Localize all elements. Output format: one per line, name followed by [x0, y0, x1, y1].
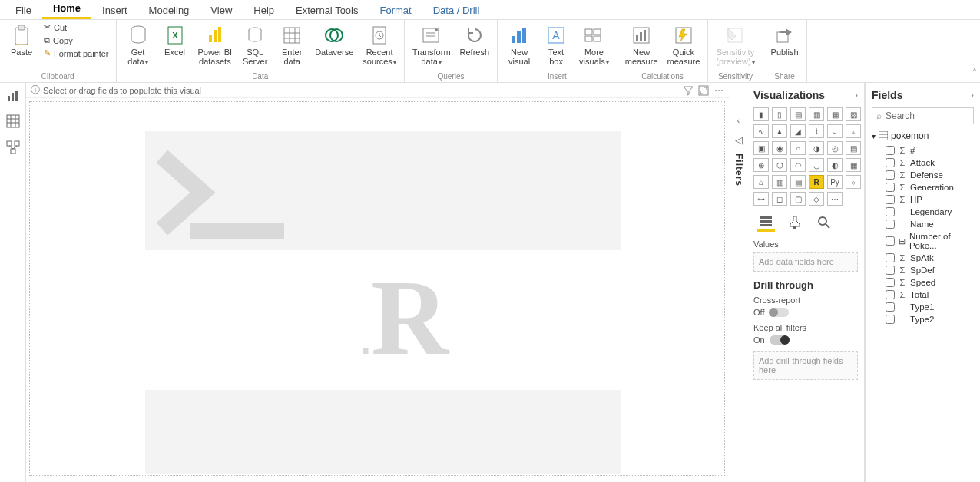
viz-type-28[interactable]: Py — [827, 175, 843, 189]
table-pokemon[interactable]: ▾ pokemon — [872, 130, 974, 141]
collapse-fields-icon[interactable]: › — [971, 90, 974, 101]
viz-type-33[interactable]: ◇ — [809, 192, 824, 206]
expand-filters-icon[interactable]: ‹ — [737, 117, 740, 125]
viz-type-15[interactable]: ◑ — [809, 141, 824, 155]
viz-type-6[interactable]: ∿ — [753, 124, 769, 138]
more-visuals-button[interactable]: More visuals▾ — [576, 21, 612, 69]
viz-type-8[interactable]: ◢ — [790, 124, 806, 138]
dataverse-button[interactable]: Dataverse — [312, 21, 356, 58]
text-box-button[interactable]: AText box — [539, 21, 573, 68]
field-checkbox[interactable] — [886, 302, 895, 312]
copy-button[interactable]: ⧉Copy — [41, 35, 111, 46]
viz-type-7[interactable]: ▲ — [772, 124, 787, 138]
enter-data-button[interactable]: Enter data — [275, 21, 309, 68]
tab-modeling[interactable]: Modeling — [138, 2, 200, 19]
values-dropzone[interactable]: Add data fields here — [753, 252, 858, 272]
viz-type-26[interactable]: ▤ — [790, 175, 806, 189]
sql-server-button[interactable]: SQL Server — [238, 21, 272, 68]
viz-type-0[interactable]: ▮ — [753, 107, 769, 121]
viz-type-9[interactable]: ⌇ — [809, 124, 824, 138]
viz-type-34[interactable]: ⋯ — [827, 192, 843, 206]
tab-data-drill[interactable]: Data / Drill — [422, 2, 491, 19]
field-checkbox[interactable] — [886, 315, 895, 324]
viz-type-11[interactable]: ⟁ — [846, 124, 861, 138]
viz-type-4[interactable]: ▦ — [827, 107, 843, 121]
tab-format[interactable]: Format — [369, 2, 422, 19]
field-spdef[interactable]: ΣSpDef — [872, 264, 974, 276]
tab-insert[interactable]: Insert — [91, 2, 138, 19]
data-view-icon[interactable] — [5, 114, 21, 129]
field-checkbox[interactable] — [886, 207, 895, 216]
field-checkbox[interactable] — [886, 158, 895, 167]
recent-sources-button[interactable]: Recent sources▾ — [359, 21, 399, 69]
field-checkbox[interactable] — [886, 146, 895, 155]
format-tab-icon[interactable] — [786, 213, 804, 232]
get-data-button[interactable]: Get data▾ — [121, 21, 155, 69]
field-name[interactable]: Name — [872, 218, 974, 230]
field-checkbox[interactable] — [886, 220, 895, 229]
viz-type-24[interactable]: ⌂ — [753, 175, 769, 189]
tab-view[interactable]: View — [200, 2, 243, 19]
field-type2[interactable]: Type2 — [872, 313, 974, 325]
field-checkbox[interactable] — [886, 253, 895, 262]
field-speed[interactable]: ΣSpeed — [872, 276, 974, 289]
field-checkbox[interactable] — [886, 266, 895, 275]
viz-type-20[interactable]: ◠ — [790, 158, 806, 172]
viz-type-31[interactable]: ◻ — [772, 192, 787, 206]
focus-mode-icon[interactable] — [697, 84, 710, 97]
field-[interactable]: Σ# — [872, 144, 974, 157]
format-painter-button[interactable]: ✎Format painter — [41, 48, 111, 59]
fields-search-input[interactable] — [886, 111, 980, 121]
field-legendary[interactable]: Legendary — [872, 206, 974, 218]
tab-help[interactable]: Help — [243, 2, 285, 19]
report-view-icon[interactable] — [5, 87, 21, 103]
viz-type-10[interactable]: ⌄ — [827, 124, 843, 138]
collapse-viz-icon[interactable]: › — [855, 90, 858, 101]
field-checkbox[interactable] — [886, 195, 895, 204]
field-checkbox[interactable] — [886, 290, 895, 299]
field-hp[interactable]: ΣHP — [872, 193, 974, 206]
viz-type-25[interactable]: ▥ — [772, 175, 787, 189]
field-checkbox[interactable] — [886, 236, 895, 246]
viz-type-23[interactable]: ▦ — [846, 158, 861, 172]
field-checkbox[interactable] — [886, 278, 895, 287]
transform-data-button[interactable]: Transform data▾ — [409, 21, 454, 69]
viz-type-27[interactable]: R — [809, 175, 824, 189]
publish-button[interactable]: Publish — [768, 21, 802, 58]
quick-measure-button[interactable]: Quick measure — [664, 21, 704, 68]
fields-search[interactable]: ⌕ — [872, 107, 974, 124]
model-view-icon[interactable] — [5, 140, 21, 155]
filters-label[interactable]: Filters — [733, 154, 744, 187]
field-attack[interactable]: ΣAttack — [872, 157, 974, 169]
viz-type-18[interactable]: ⊕ — [753, 158, 769, 172]
field-defense[interactable]: ΣDefense — [872, 169, 974, 181]
more-options-icon[interactable]: ⋯ — [713, 84, 725, 97]
keep-filters-toggle[interactable] — [770, 335, 790, 345]
cut-button[interactable]: ✂Cut — [41, 21, 111, 33]
viz-type-1[interactable]: ▯ — [772, 107, 787, 121]
cross-report-toggle[interactable] — [769, 308, 789, 317]
viz-type-22[interactable]: ◐ — [827, 158, 843, 172]
viz-type-12[interactable]: ▣ — [753, 141, 769, 155]
viz-type-17[interactable]: ▤ — [846, 141, 861, 155]
field-checkbox[interactable] — [886, 183, 895, 192]
ribbon-collapse-icon[interactable]: ˄ — [972, 68, 977, 78]
field-checkbox[interactable] — [886, 170, 895, 180]
field-numberofpoke[interactable]: ⊞Number of Poke... — [872, 230, 974, 252]
viz-type-2[interactable]: ▤ — [790, 107, 806, 121]
viz-type-19[interactable]: ⬡ — [772, 158, 787, 172]
viz-type-29[interactable]: ⟐ — [846, 175, 861, 189]
viz-type-5[interactable]: ▧ — [846, 107, 861, 121]
new-visual-button[interactable]: New visual — [502, 21, 536, 68]
viz-type-13[interactable]: ◉ — [772, 141, 787, 155]
tab-home[interactable]: Home — [42, 0, 91, 19]
visual-container[interactable]: .R — [29, 101, 725, 476]
field-type1[interactable]: Type1 — [872, 301, 974, 313]
field-total[interactable]: ΣTotal — [872, 289, 974, 301]
pbi-datasets-button[interactable]: Power BI datasets — [195, 21, 236, 68]
tab-file[interactable]: File — [5, 2, 42, 19]
field-generation[interactable]: ΣGeneration — [872, 181, 974, 193]
viz-type-16[interactable]: ◎ — [827, 141, 843, 155]
drill-through-dropzone[interactable]: Add drill-through fields here — [753, 351, 858, 380]
viz-type-32[interactable]: ▢ — [790, 192, 806, 206]
